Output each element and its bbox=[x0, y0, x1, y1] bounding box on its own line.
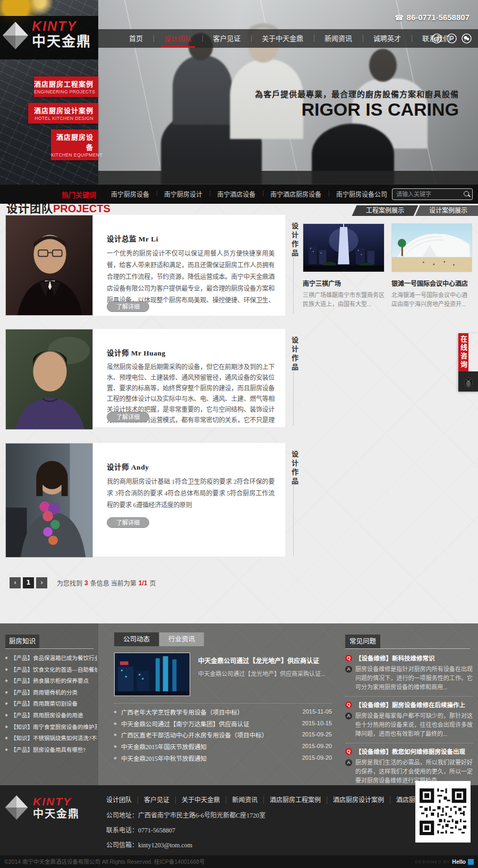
knowledge-item[interactable]: 【产品】熟食展示柜的保养要点 bbox=[5, 675, 97, 687]
knowledge-list: 【产品】食品保温箱已成为餐饮行业的 【产品】饮食文化的首选—自助餐炉 【产品】熟… bbox=[5, 653, 97, 756]
online-consult-tab[interactable]: 在线咨询 bbox=[458, 333, 478, 392]
news-row[interactable]: 中天金鼎2015年中秋节放假通知2015-09-20 bbox=[114, 752, 332, 764]
project-title: 银滩一号国际会议中心酒店 bbox=[391, 279, 472, 288]
faq-column: 常见问题 Q 【设备维修】新科技维修常识 A 厨房设备维修是指针对厨房内所有设备… bbox=[343, 623, 473, 785]
footer-link[interactable]: 酒店厨房工程案例 bbox=[264, 796, 327, 804]
news-list: 广西老年大学烹饪教学专用设备（项目中标）2015-11-05 中天金鼎公司通过【… bbox=[114, 706, 332, 763]
wechat-icon[interactable] bbox=[462, 33, 472, 44]
project-image bbox=[303, 223, 385, 272]
nav-item-news[interactable]: 新闻资讯 bbox=[314, 29, 363, 48]
address-value: 广西省南宁市民主路6-6号阳光新都C座1720室 bbox=[138, 812, 266, 819]
news-tabs: 公司动态 行业资讯 bbox=[114, 632, 204, 646]
kitchen-knowledge-column: 厨房知识 【产品】食品保温箱已成为餐饮行业的 【产品】饮食文化的首选—自助餐炉 … bbox=[0, 623, 98, 785]
skype-icon[interactable] bbox=[447, 33, 457, 44]
news-date: 2015-10-15 bbox=[302, 718, 332, 730]
faq-divider bbox=[345, 696, 473, 697]
pagination-next-button[interactable]: › bbox=[36, 577, 47, 588]
search-input[interactable] bbox=[392, 191, 463, 197]
sidebar-item-engineering-projects[interactable]: 酒店厨房工程案例 ENGINEERING PROJECTS bbox=[34, 76, 98, 97]
question-icon: Q bbox=[345, 655, 352, 662]
nav-item-careers[interactable]: 诚聘英才 bbox=[363, 29, 412, 48]
slogan-en: RIGOR IS CARING bbox=[255, 100, 459, 119]
sidebar-item-subtitle: KITCHEN EQUIPMENT bbox=[51, 152, 93, 158]
designer-credit[interactable]: DESIGNED BY Hello bbox=[415, 855, 474, 868]
faq-question[interactable]: Q 【设备维修】教您如何维修厨房设备出现 bbox=[345, 747, 473, 756]
designer-photo bbox=[5, 215, 93, 316]
knowledge-item[interactable]: 【产品】饮食文化的首选—自助餐炉 bbox=[5, 664, 97, 676]
news-row[interactable]: 中天金鼎公司通过【南宁万达集团】供应商认证2015-10-15 bbox=[114, 718, 332, 730]
knowledge-item[interactable]: 【产品】食品保温箱已成为餐饮行业的 bbox=[5, 653, 97, 664]
pagination: ‹ 1 › 为您找到 3 条信息 当前为第 1/1 页 bbox=[10, 577, 156, 588]
works-divider bbox=[293, 371, 294, 425]
page-title: 设计团队PROJECTS bbox=[6, 202, 110, 216]
phone-icon: ☎ bbox=[395, 13, 404, 22]
detail-button[interactable]: 了解详细 bbox=[107, 301, 149, 312]
knowledge-item[interactable]: 【产品】商用锯骨机的分类 bbox=[5, 687, 97, 699]
diamond-bullet-icon bbox=[5, 702, 8, 706]
page-title-en: PROJECTS bbox=[53, 203, 110, 214]
news-row[interactable]: 中天金鼎2015年国庆节放假通知2015-09-20 bbox=[114, 741, 332, 752]
tab-company-news[interactable]: 公司动态 bbox=[114, 632, 159, 646]
search-icon[interactable] bbox=[463, 190, 472, 198]
tab-industry-news[interactable]: 行业资讯 bbox=[159, 632, 204, 646]
news-date: 2015-09-20 bbox=[302, 752, 332, 764]
brand: KINTY 中天金鼎 bbox=[32, 20, 91, 48]
bottom-section: 厨房知识 【产品】食品保温箱已成为餐饮行业的 【产品】饮食文化的首选—自助餐炉 … bbox=[0, 623, 478, 785]
footer-phone: 联系电话：0771-5658807 bbox=[106, 825, 175, 835]
featured-news[interactable]: 中天金鼎公司通过【龙光地产】供应商认证 中天金鼎公司通过【龙光地产】供应商采购认… bbox=[114, 653, 332, 701]
nav-item-design-team[interactable]: 设计团队 bbox=[153, 29, 202, 48]
pagination-current-page[interactable]: 1 bbox=[23, 577, 34, 588]
news-date: 2015-09-25 bbox=[302, 729, 332, 741]
diamond-bullet-icon bbox=[114, 734, 117, 737]
featured-news-title[interactable]: 中天金鼎公司通过【龙光地产】供应商认证 bbox=[198, 656, 319, 665]
faq-question[interactable]: Q 【设备维修】新科技维修常识 bbox=[345, 654, 473, 662]
news-row[interactable]: 广西区直老干部活动中心开水房专用设备（项目中标）2015-09-25 bbox=[114, 729, 332, 741]
keyword-link[interactable]: 南宁酒店设备 bbox=[210, 189, 263, 199]
detail-button[interactable]: 了解详细 bbox=[107, 517, 149, 528]
keyword-link[interactable]: 南宁厨房设备公司 bbox=[329, 189, 395, 199]
qq-penguin-icon[interactable] bbox=[458, 371, 478, 392]
footer-link[interactable]: 新闻资讯 bbox=[226, 796, 264, 804]
footer-links: 设计团队客户见证关于中天金鼎新闻资讯酒店厨房工程案例酒店厨房设计案例酒店厨房设备 bbox=[106, 795, 440, 804]
footer-link[interactable]: 酒店厨房设计案例 bbox=[327, 796, 390, 804]
weibo-icon[interactable] bbox=[432, 33, 442, 44]
detail-button[interactable]: 了解详细 bbox=[107, 412, 149, 422]
diamond-bullet-icon bbox=[5, 656, 8, 659]
project-card-yintan-hotel[interactable]: 银滩一号国际会议中心酒店 北海银滩一号国际会议中心酒店由南宁海兴房地产投资开..… bbox=[391, 223, 472, 309]
pagination-prev-button[interactable]: ‹ bbox=[10, 577, 21, 588]
designer-card-andy: 设计师 Andy 我的商用厨房设计基础 1符合卫生防疫的要求 2符合环保的要求 … bbox=[0, 443, 478, 558]
knowledge-item[interactable]: 【知识】不锈钢锅烧焦如何清洗?不锈钢 bbox=[5, 733, 97, 744]
knowledge-item[interactable]: 【产品】商用厨房设备的用途 bbox=[5, 710, 97, 722]
pagination-found-suffix: 页 bbox=[149, 578, 156, 588]
sidebar-item-kitchen-equipment[interactable]: 酒店厨房设备 KITCHEN EQUIPMENT bbox=[51, 129, 98, 160]
tab-design-cases[interactable]: 设计案例展示 bbox=[415, 205, 478, 216]
case-tabs: 工程案例展示 设计案例展示 bbox=[347, 205, 478, 216]
tab-engineering-cases[interactable]: 工程案例展示 bbox=[352, 205, 419, 216]
project-card-sanqi-plaza[interactable]: 南宁三祺广场 三祺广场雄踞南宁市东盟商务区民族大道上，由国有大型... bbox=[303, 223, 385, 309]
footer-link[interactable]: 设计团队 bbox=[106, 796, 138, 804]
header-phone: ☎ 86-0771-5658807 bbox=[395, 13, 470, 22]
nav-item-testimonials[interactable]: 客户见证 bbox=[202, 29, 251, 48]
knowledge-item[interactable]: 【产品】商用蔬菜切割设备 bbox=[5, 698, 97, 710]
works-label: 设计作品 bbox=[289, 222, 300, 258]
keyword-link[interactable]: 南宁酒店厨房设备 bbox=[263, 189, 329, 199]
logo-area[interactable]: KINTY 中天金鼎 bbox=[0, 16, 98, 59]
sidebar-item-kitchen-design[interactable]: 酒店厨房设计案例 HOTEL KITCHEN DESIGN bbox=[28, 103, 98, 124]
diamond-bullet-icon bbox=[5, 736, 8, 740]
news-row[interactable]: 广西老年大学烹饪教学专用设备（项目中标）2015-11-05 bbox=[114, 706, 332, 718]
footer-link[interactable]: 客户见证 bbox=[138, 796, 176, 804]
online-consult-label[interactable]: 在线咨询 bbox=[458, 333, 468, 371]
page-title-cn: 设计团队 bbox=[6, 202, 53, 214]
main-content: 设计团队PROJECTS 工程案例展示 设计案例展示 bbox=[0, 204, 478, 623]
footer-link[interactable]: 关于中天金鼎 bbox=[176, 796, 226, 804]
keyword-link[interactable]: 南宁厨房设计 bbox=[157, 189, 210, 199]
faq-question[interactable]: Q 【设备维修】厨房设备维修在后续操作上 bbox=[345, 700, 473, 709]
nav-item-about[interactable]: 关于中天金鼎 bbox=[251, 29, 314, 48]
diamond-bullet-icon bbox=[114, 722, 117, 725]
nav-item-home[interactable]: 首页 bbox=[118, 29, 153, 48]
knowledge-item[interactable]: 【知识】南宁食堂厨房设备的维护及保 bbox=[5, 722, 97, 733]
knowledge-item[interactable]: 【产品】厨房设备用具有哪些? bbox=[5, 744, 97, 756]
project-description: 北海银滩一号国际会议中心酒店由南宁海兴房地产投资开... bbox=[391, 291, 472, 309]
faq-answer: A 厨房设备是每家每户都不可缺少的，那针对这些十分热用的设备来说，往往也会出现许… bbox=[345, 711, 473, 739]
keyword-link[interactable]: 南宁厨房设备 bbox=[104, 189, 157, 199]
